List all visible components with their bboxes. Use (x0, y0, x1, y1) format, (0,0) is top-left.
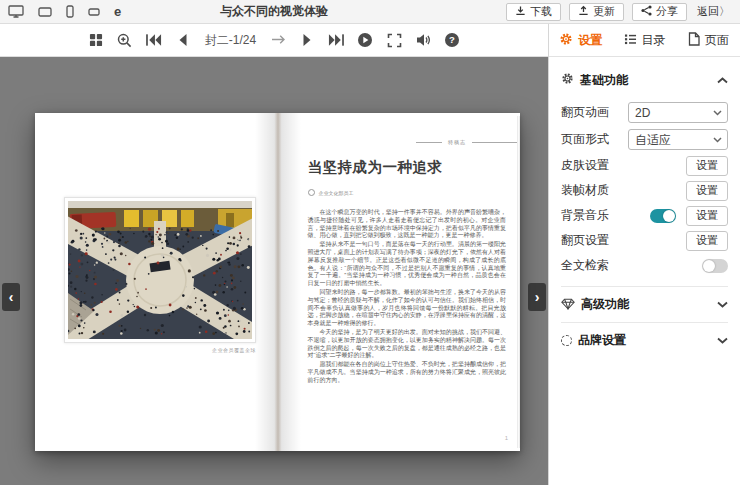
autoplay-button[interactable] (356, 31, 374, 49)
brand-icon (561, 335, 572, 346)
article-title: 当坚持成为一种追求 (308, 158, 507, 177)
flipbook-editor-app: e 与众不同的视觉体验 下载 更新 (0, 0, 740, 485)
section-brand-header[interactable]: 品牌设置 (561, 322, 728, 358)
setting-row-binding: 装帧材质 设置 (561, 178, 728, 203)
flipbook: 企业会员覆盖全球 特稿志 当坚持成为一种追求 (35, 113, 520, 451)
share-icon (641, 5, 652, 18)
music-toggle[interactable] (650, 209, 676, 223)
download-icon (515, 5, 526, 18)
article-paragraph: 在这个瞬息万变的时代，坚持一件事并不容易。外界的声音纷繁嘈杂，诱惑与捷径随处可见… (308, 209, 507, 240)
tab-settings[interactable]: 设置 (549, 24, 613, 56)
setting-row-music: 背景音乐 设置 (561, 203, 728, 228)
setting-row-flip-animation: 翻页动画 2D (561, 99, 728, 126)
flip-prev-arrow[interactable]: ‹ (2, 283, 20, 311)
goto-arrow-icon (271, 31, 286, 49)
sidebar-tabs: 设置 目录 (549, 24, 740, 57)
skin-settings-button[interactable]: 设置 (686, 156, 728, 176)
article-byline: 企业文化部员工 (308, 189, 507, 196)
page-left[interactable]: 企业会员覆盖全球 (35, 113, 278, 451)
plaza-aerial-photo (68, 201, 252, 339)
tab-pages[interactable]: 页面 (676, 24, 740, 56)
gear-icon (559, 32, 573, 49)
tagline-rule-left (416, 142, 442, 143)
article-paragraph: 今天的坚持，是为了明天更好的出发。面对未知的挑战，我们不回避、不退缩，以更加开放… (308, 329, 507, 360)
list-icon (624, 33, 637, 48)
section-basic-header[interactable]: 基础功能 (561, 57, 728, 99)
settings-sidebar: 设置 目录 (548, 24, 740, 485)
setting-row-fulltext: 全文检索 (561, 253, 728, 278)
page-icon (688, 32, 700, 49)
desktop-icon[interactable] (8, 5, 24, 18)
first-page-button[interactable] (145, 31, 163, 49)
page-right[interactable]: 特稿志 当坚持成为一种追求 企业文化部员工 在这个瞬息万变的时代，坚持一件事并不… (278, 113, 521, 451)
setting-row-skin: 皮肤设置 设置 (561, 153, 728, 178)
download-button[interactable]: 下载 (506, 3, 561, 21)
article-paragraph: 回望来时的路，每一步都算数。最初的笨拙与生涩，换来了今天的从容与笃定；曾经的质疑… (308, 289, 507, 328)
article-body: 在这个瞬息万变的时代，坚持一件事并不容易。外界的声音纷繁嘈杂，诱惑与捷径随处可见… (308, 209, 507, 385)
fulltext-search-toggle[interactable] (702, 259, 728, 273)
back-button[interactable]: 返回〉 (695, 4, 732, 19)
prev-page-button[interactable] (174, 31, 192, 49)
tagline-rule-right (472, 142, 520, 143)
column-label: 特稿志 (448, 139, 466, 145)
page-mode-select[interactable]: 自适应 (628, 129, 728, 150)
article-paragraph: 坚持从来不是一句口号，而是落在每一天的行动里。清晨的第一缕阳光照进大厅，桌面上的… (308, 241, 507, 288)
top-actions: 下载 更新 分享 返回〉 (506, 3, 732, 21)
goto-page-button[interactable] (269, 31, 287, 49)
svg-text:?: ? (449, 34, 455, 45)
viewer-toolbar: 封二-1/24 (0, 24, 548, 57)
tablet-icon[interactable] (38, 7, 52, 17)
help-button[interactable]: ? (443, 31, 461, 49)
photo-caption: 企业会员覆盖全球 (64, 347, 256, 353)
mini-icon[interactable] (88, 8, 100, 16)
next-page-button[interactable] (298, 31, 316, 49)
update-button[interactable]: 更新 (569, 3, 624, 21)
last-page-button[interactable] (327, 31, 345, 49)
section-advanced-header[interactable]: 高级功能 (561, 286, 728, 322)
browser-e-icon[interactable]: e (114, 5, 121, 18)
author-icon (308, 189, 315, 196)
tab-toc[interactable]: 目录 (613, 24, 677, 56)
zoom-in-button[interactable] (116, 31, 134, 49)
diamond-icon (561, 296, 575, 314)
flip-next-arrow[interactable]: › (528, 283, 546, 311)
music-settings-button[interactable]: 设置 (686, 206, 728, 226)
chevron-right-icon: 〉 (719, 4, 730, 19)
page-number: 1 (505, 435, 508, 441)
sound-button[interactable] (414, 31, 432, 49)
flip-animation-select[interactable]: 2D (628, 102, 728, 123)
article-paragraph: 愿我们都能在各自的岗位上守住热爱、不负时光，把坚持酿成信仰，把平凡做成不凡。当坚… (308, 361, 507, 384)
phone-icon[interactable] (66, 5, 74, 18)
upload-icon (578, 5, 589, 18)
gear-icon (561, 71, 574, 89)
column-header: 特稿志 (308, 139, 521, 145)
setting-row-flip-settings: 翻页设置 设置 (561, 228, 728, 253)
chevron-down-icon (717, 301, 728, 308)
main-area: 封二-1/24 (0, 24, 740, 485)
share-button[interactable]: 分享 (632, 3, 687, 21)
book-stage: 企业会员覆盖全球 特稿志 当坚持成为一种追求 (0, 57, 548, 485)
viewer-column: 封二-1/24 (0, 24, 548, 485)
chevron-down-icon (717, 337, 728, 344)
chevron-up-icon (717, 77, 728, 84)
thumbnails-button[interactable] (87, 31, 105, 49)
article: 特稿志 当坚持成为一种追求 企业文化部员工 在这个瞬息万变的时代，坚持一件事并不… (308, 139, 507, 441)
fullscreen-button[interactable] (385, 31, 403, 49)
top-bar: e 与众不同的视觉体验 下载 更新 (0, 0, 740, 24)
page-indicator[interactable]: 封二-1/24 (203, 32, 258, 49)
binding-settings-button[interactable]: 设置 (686, 181, 728, 201)
article-photo: 企业会员覆盖全球 (64, 197, 256, 353)
flip-settings-button[interactable]: 设置 (686, 231, 728, 251)
setting-row-page-mode: 页面形式 自适应 (561, 126, 728, 153)
device-preview-switcher: e (8, 5, 121, 18)
settings-panel: 基础功能 翻页动画 2D (549, 57, 740, 358)
